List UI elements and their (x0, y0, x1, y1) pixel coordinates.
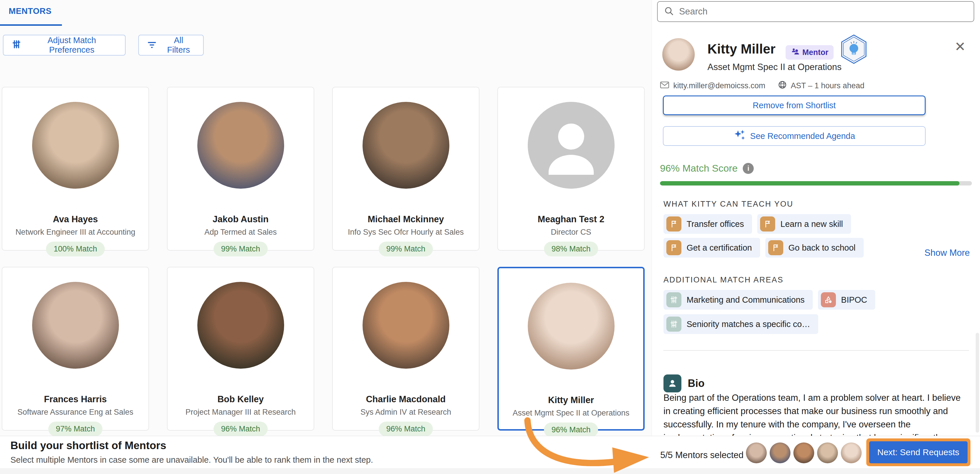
flag-icon (667, 216, 681, 232)
match-score-row: 96% Match Score i (660, 163, 754, 174)
mentor-grid: Ava Hayes Network Engineer III at Accoun… (2, 87, 645, 431)
page-bottom-strip (0, 468, 980, 474)
sparkle-icon (733, 129, 746, 143)
info-icon[interactable]: i (743, 163, 754, 174)
teach-tag-label: Get a certification (687, 243, 752, 253)
teach-tag: Get a certification (663, 238, 760, 258)
filter-icon (147, 39, 157, 51)
mentor-title: Director CS (498, 228, 644, 237)
mentor-card[interactable]: Michael Mckinney Info Sys Sec Ofcr Hourl… (332, 87, 479, 251)
mentors-selected-count: 5/5 Mentors selected (660, 450, 744, 460)
selected-avatar (746, 442, 767, 463)
mentor-card[interactable]: Ava Hayes Network Engineer III at Accoun… (2, 87, 149, 251)
timezone-group: AST – 1 hours ahead (778, 80, 865, 91)
teach-tags: Transfer officesLearn a new skillGet a c… (663, 214, 909, 258)
mentor-timezone: AST – 1 hours ahead (791, 81, 865, 90)
all-filters-label: All Filters (162, 36, 195, 55)
search-input[interactable] (679, 6, 967, 17)
flag-icon (768, 240, 783, 255)
mentor-card[interactable]: Frances Harris Software Assurance Eng at… (2, 267, 149, 431)
mentor-photo (197, 282, 284, 369)
areas-section-heading: ADDITIONAL MATCH AREAS (663, 275, 784, 285)
show-more-link[interactable]: Show More (924, 248, 970, 258)
mentor-title: Info Sys Sec Ofcr Hourly at Sales (333, 228, 479, 237)
mentor-card[interactable]: Jakob Austin Adp Termed at Sales 99% Mat… (167, 87, 314, 251)
mentor-title: Asset Mgmt Spec II at Operations (499, 409, 643, 418)
next-button-highlight-ring: Next: Send Requests (866, 438, 970, 466)
match-badge: 99% Match (379, 242, 433, 256)
flag-icon (667, 240, 681, 255)
see-recommended-agenda-button[interactable]: See Recommended Agenda (663, 126, 926, 146)
mentor-name: Ava Hayes (2, 214, 148, 224)
panel-mentor-subtitle: Asset Mgmt Spec II at Operations (708, 62, 842, 72)
footer-heading: Build your shortlist of Mentors (10, 439, 166, 452)
teach-tag: Transfer offices (663, 214, 752, 234)
mentor-email: kitty.miller@demoicss.com (673, 81, 765, 90)
remove-from-shortlist-button[interactable]: Remove from Shortlist (663, 95, 926, 115)
shapes-icon (821, 292, 836, 307)
selected-avatar (770, 442, 791, 463)
mentor-name: Jakob Austin (167, 214, 313, 224)
panel-scrollbar[interactable] (976, 333, 979, 433)
next-send-requests-button[interactable]: Next: Send Requests (869, 441, 967, 463)
tab-underline (0, 24, 62, 26)
mentor-photo (363, 102, 449, 189)
teach-tag: Go back to school (765, 238, 864, 258)
avatar (662, 38, 695, 71)
close-icon[interactable]: ✕ (955, 40, 966, 53)
mentor-card[interactable]: Kitty Miller Asset Mgmt Spec II at Opera… (497, 267, 645, 431)
panel-mentor-name: Kitty Miller (708, 41, 775, 57)
bio-person-icon (663, 374, 681, 392)
match-area-tag-label: Marketing and Communications (687, 295, 805, 305)
match-badge: 97% Match (48, 422, 102, 436)
match-area-tag: BIPOC (818, 290, 875, 310)
sliders-icon (667, 317, 681, 332)
mentor-name: Michael Mckinney (333, 214, 479, 224)
tab-mentors[interactable]: MENTORS (9, 6, 51, 16)
mentors-main-area: MENTORS Adjust Match Preferences All Fil… (0, 0, 652, 474)
match-badge: 99% Match (213, 242, 268, 256)
sliders-icon (667, 292, 681, 307)
all-filters-button[interactable]: All Filters (138, 35, 204, 56)
mentor-name: Charlie Macdonald (333, 394, 479, 404)
selected-avatar (793, 442, 814, 463)
mentor-title: Sys Admin IV at Research (333, 408, 479, 417)
selected-mentor-avatars (746, 442, 862, 463)
search-icon (664, 6, 674, 17)
teach-tag-label: Learn a new skill (780, 220, 843, 229)
adjust-match-preferences-button[interactable]: Adjust Match Preferences (3, 35, 126, 56)
mentor-name: Kitty Miller (499, 395, 643, 406)
match-area-tag: Marketing and Communications (663, 290, 813, 310)
match-score-label: 96% Match Score (660, 163, 738, 174)
mentor-photo (197, 102, 284, 189)
mentor-card[interactable]: Meaghan Test 2 Director CS 98% Match (497, 87, 645, 251)
mentor-card[interactable]: Bob Kelley Project Manager III at Resear… (167, 267, 314, 431)
contact-row: kitty.miller@demoicss.com AST – 1 hours … (660, 80, 865, 91)
mentor-photo (32, 282, 119, 369)
mentor-role-badge: Mentor (786, 45, 834, 60)
match-progress-track (660, 181, 972, 186)
match-area-tag: Seniority matches a specific co… (663, 314, 818, 334)
mentor-name: Meaghan Test 2 (498, 214, 644, 224)
bio-heading: Bio (688, 377, 705, 390)
match-progress-fill (660, 181, 959, 186)
match-area-tag-label: BIPOC (841, 295, 867, 305)
footer-subtitle: Select multiple Mentors in case some are… (10, 455, 373, 465)
email-icon (660, 81, 669, 91)
additional-match-tags: Marketing and CommunicationsBIPOCSeniori… (663, 290, 964, 334)
search-box[interactable] (657, 1, 974, 22)
mentor-title: Network Engineer III at Accounting (2, 228, 148, 237)
adjust-match-preferences-label: Adjust Match Preferences (27, 36, 117, 55)
mentor-title: Adp Termed at Sales (167, 228, 313, 237)
teach-section-heading: WHAT KITTY CAN TEACH YOU (663, 200, 793, 208)
match-badge: 96% Match (213, 422, 268, 436)
mentor-photo (32, 102, 119, 189)
section-divider (663, 350, 969, 351)
see-recommended-agenda-label: See Recommended Agenda (750, 131, 855, 141)
mentor-card[interactable]: Charlie Macdonald Sys Admin IV at Resear… (332, 267, 479, 431)
selected-avatar (841, 442, 862, 463)
mentor-title: Project Manager III at Research (167, 408, 313, 417)
lightbulb-hexagon-badge (840, 34, 867, 65)
mentor-name: Bob Kelley (167, 394, 313, 404)
mentor-role-badge-label: Mentor (802, 48, 828, 57)
